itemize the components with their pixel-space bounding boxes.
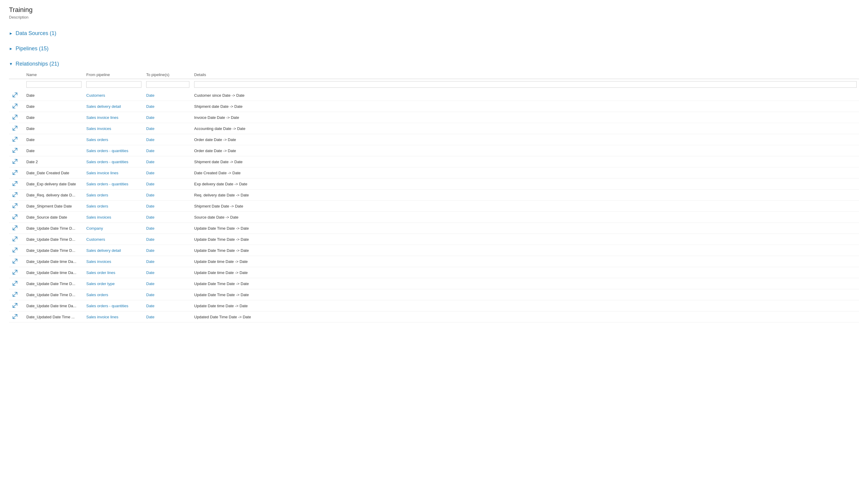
row-name: Date_Update Date time Da... [24, 267, 84, 278]
to-pipeline-link[interactable]: Date [146, 215, 154, 220]
from-pipeline-link[interactable]: Sales orders [86, 204, 108, 208]
from-pipeline-link[interactable]: Customers [86, 237, 105, 241]
row-from-pipeline[interactable]: Sales invoice lines [84, 312, 144, 323]
from-pipeline-link[interactable]: Sales orders - quantities [86, 182, 128, 186]
row-from-pipeline[interactable]: Sales invoice lines [84, 112, 144, 123]
row-from-pipeline[interactable]: Sales order lines [84, 267, 144, 278]
row-from-pipeline[interactable]: Sales order type [84, 278, 144, 289]
from-pipeline-link[interactable]: Sales order type [86, 282, 115, 286]
row-from-pipeline[interactable]: Sales invoice lines [84, 167, 144, 179]
row-icon-cell [9, 300, 24, 312]
row-to-pipeline[interactable]: Date [144, 289, 192, 300]
row-to-pipeline[interactable]: Date [144, 223, 192, 234]
row-to-pipeline[interactable]: Date [144, 212, 192, 223]
from-pipeline-link[interactable]: Sales delivery detail [86, 248, 121, 253]
to-pipeline-link[interactable]: Date [146, 182, 154, 186]
from-pipeline-link[interactable]: Sales orders - quantities [86, 149, 128, 153]
row-to-pipeline[interactable]: Date [144, 123, 192, 134]
from-pipeline-link[interactable]: Sales orders - quantities [86, 304, 128, 308]
row-from-pipeline[interactable]: Sales invoices [84, 123, 144, 134]
to-pipeline-link[interactable]: Date [146, 259, 154, 264]
row-from-pipeline[interactable]: Sales invoices [84, 256, 144, 267]
from-pipeline-link[interactable]: Sales invoice lines [86, 115, 118, 120]
row-from-pipeline[interactable]: Sales orders - quantities [84, 179, 144, 190]
from-pipeline-link[interactable]: Sales orders [86, 293, 108, 297]
row-to-pipeline[interactable]: Date [144, 312, 192, 323]
to-pipeline-link[interactable]: Date [146, 93, 154, 98]
svg-line-11 [13, 215, 17, 219]
from-pipeline-link[interactable]: Sales invoices [86, 259, 111, 264]
row-from-pipeline[interactable]: Customers [84, 90, 144, 101]
to-pipeline-link[interactable]: Date [146, 204, 154, 208]
to-pipeline-link[interactable]: Date [146, 248, 154, 253]
to-pipeline-link[interactable]: Date [146, 171, 154, 175]
relationships-section: ▼ Relationships (21) Name From pipeline … [9, 59, 859, 323]
row-to-pipeline[interactable]: Date [144, 167, 192, 179]
to-pipeline-link[interactable]: Date [146, 293, 154, 297]
from-pipeline-link[interactable]: Company [86, 226, 103, 231]
pipelines-header[interactable]: ► Pipelines (15) [9, 44, 859, 54]
from-pipeline-link[interactable]: Sales invoices [86, 126, 111, 131]
row-from-pipeline[interactable]: Sales orders [84, 201, 144, 212]
row-from-pipeline[interactable]: Sales delivery detail [84, 101, 144, 112]
row-to-pipeline[interactable]: Date [144, 267, 192, 278]
row-to-pipeline[interactable]: Date [144, 245, 192, 256]
row-to-pipeline[interactable]: Date [144, 145, 192, 156]
table-row: DateSales ordersDateOrder date Date -> D… [9, 134, 859, 145]
to-pipeline-link[interactable]: Date [146, 282, 154, 286]
row-from-pipeline[interactable]: Customers [84, 234, 144, 245]
row-to-pipeline[interactable]: Date [144, 90, 192, 101]
from-pipeline-link[interactable]: Sales invoices [86, 215, 111, 220]
row-to-pipeline[interactable]: Date [144, 134, 192, 145]
from-pipeline-link[interactable]: Sales orders - quantities [86, 160, 128, 164]
from-pipeline-link[interactable]: Sales invoice lines [86, 315, 118, 319]
relationships-header[interactable]: ▼ Relationships (21) [9, 59, 859, 69]
row-to-pipeline[interactable]: Date [144, 112, 192, 123]
row-icon-cell [9, 312, 24, 323]
to-pipeline-link[interactable]: Date [146, 160, 154, 164]
to-pipeline-link[interactable]: Date [146, 137, 154, 142]
to-pipeline-link[interactable]: Date [146, 315, 154, 319]
filter-from-input[interactable] [86, 81, 142, 88]
row-from-pipeline[interactable]: Company [84, 223, 144, 234]
row-from-pipeline[interactable]: Sales orders [84, 190, 144, 201]
row-from-pipeline[interactable]: Sales orders - quantities [84, 300, 144, 312]
from-pipeline-link[interactable]: Sales order lines [86, 270, 115, 275]
row-from-pipeline[interactable]: Sales delivery detail [84, 245, 144, 256]
row-from-pipeline[interactable]: Sales orders - quantities [84, 156, 144, 167]
from-pipeline-link[interactable]: Sales orders [86, 193, 108, 197]
row-to-pipeline[interactable]: Date [144, 300, 192, 312]
data-sources-header[interactable]: ► Data Sources (1) [9, 28, 859, 38]
filter-name-input[interactable] [26, 81, 82, 88]
row-to-pipeline[interactable]: Date [144, 190, 192, 201]
row-icon-cell [9, 190, 24, 201]
row-to-pipeline[interactable]: Date [144, 234, 192, 245]
row-from-pipeline[interactable]: Sales orders [84, 134, 144, 145]
row-to-pipeline[interactable]: Date [144, 278, 192, 289]
row-to-pipeline[interactable]: Date [144, 156, 192, 167]
row-to-pipeline[interactable]: Date [144, 179, 192, 190]
from-pipeline-link[interactable]: Sales delivery detail [86, 104, 121, 109]
svg-line-16 [13, 270, 17, 274]
to-pipeline-link[interactable]: Date [146, 149, 154, 153]
to-pipeline-link[interactable]: Date [146, 126, 154, 131]
to-pipeline-link[interactable]: Date [146, 304, 154, 308]
to-pipeline-link[interactable]: Date [146, 193, 154, 197]
to-pipeline-link[interactable]: Date [146, 270, 154, 275]
to-pipeline-link[interactable]: Date [146, 104, 154, 109]
row-from-pipeline[interactable]: Sales invoices [84, 212, 144, 223]
from-pipeline-link[interactable]: Sales invoice lines [86, 171, 118, 175]
from-pipeline-link[interactable]: Customers [86, 93, 105, 98]
to-pipeline-link[interactable]: Date [146, 115, 154, 120]
filter-details-input[interactable] [194, 81, 857, 88]
row-from-pipeline[interactable]: Sales orders - quantities [84, 145, 144, 156]
pipelines-title: Pipelines (15) [16, 45, 49, 52]
row-to-pipeline[interactable]: Date [144, 256, 192, 267]
to-pipeline-link[interactable]: Date [146, 237, 154, 241]
row-to-pipeline[interactable]: Date [144, 201, 192, 212]
filter-to-input[interactable] [146, 81, 189, 88]
from-pipeline-link[interactable]: Sales orders [86, 137, 108, 142]
row-from-pipeline[interactable]: Sales orders [84, 289, 144, 300]
row-to-pipeline[interactable]: Date [144, 101, 192, 112]
to-pipeline-link[interactable]: Date [146, 226, 154, 231]
